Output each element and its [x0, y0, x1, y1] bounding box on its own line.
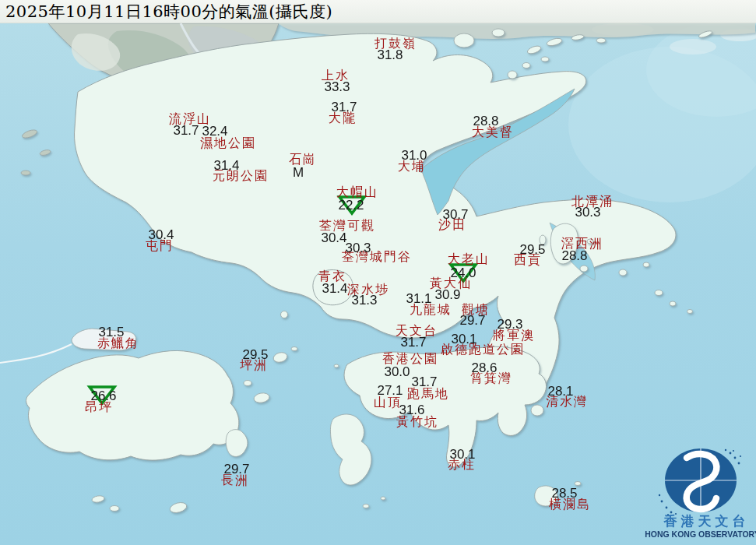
station-temp: 32.4 — [202, 124, 227, 139]
station-temp: 31.4 — [213, 158, 239, 174]
station-temp: 31.5 — [98, 325, 124, 340]
station-temp: 31.6 — [399, 403, 424, 418]
station-temp: 30.9 — [434, 287, 460, 303]
stations-layer: 31.8打鼓嶺33.3上水31.7大隴31.7流浮山32.4濕地公園31.4元朗… — [0, 0, 756, 545]
station-temp: 31.4 — [322, 281, 347, 297]
station-temp: 28.8 — [473, 114, 498, 129]
station-temp: 29.5 — [519, 242, 545, 258]
station-temp: 28.5 — [551, 486, 577, 501]
station-temp: 31.1 — [406, 291, 431, 307]
station-temp: 30.3 — [345, 241, 371, 256]
station-temp: 30.0 — [384, 364, 410, 380]
station-temp: 33.3 — [324, 79, 350, 95]
station-temp: 31.3 — [351, 293, 377, 308]
station-temp: 30.4 — [148, 227, 174, 243]
station-temp: 27.1 — [377, 383, 403, 399]
hko-emblem — [659, 448, 741, 515]
station-temp: 31.0 — [401, 148, 427, 164]
station-temp: 24.0 — [450, 265, 476, 281]
station-temp: 28.1 — [547, 384, 573, 399]
station-temp: 30.1 — [451, 332, 476, 347]
station-temp: 22.2 — [338, 198, 364, 213]
station-temp: 30.4 — [321, 230, 346, 246]
hko-logo-chinese-text: 香港天文台 — [652, 512, 756, 530]
hko-logo — [652, 445, 756, 517]
station-temp: 31.8 — [377, 47, 403, 63]
station-temp: 29.7 — [459, 313, 485, 329]
station-temp: 29.5 — [242, 347, 268, 363]
station-temp: 30.1 — [449, 447, 475, 462]
station-temp: 31.7 — [411, 374, 437, 390]
station-temp: 29.3 — [497, 317, 522, 332]
station-temp: 31.7 — [173, 123, 199, 139]
station-temp: 31.7 — [331, 100, 357, 115]
weather-map-screen: 2025年10月11日16時00分的氣溫(攝氏度) 31.8打鼓嶺33.3上水3… — [0, 0, 756, 545]
station-temp: 29.7 — [223, 462, 249, 477]
station-temp: M — [293, 165, 304, 181]
hko-logo-english-text: HONG KONG OBSERVATORY — [638, 529, 756, 539]
station-temp: 28.8 — [561, 248, 587, 264]
station-temp: 31.7 — [400, 335, 426, 350]
station-temp: 30.7 — [442, 207, 468, 223]
page-title: 2025年10月11日16時00分的氣溫(攝氏度) — [5, 1, 332, 23]
title-bar: 2025年10月11日16時00分的氣溫(攝氏度) — [0, 0, 756, 23]
station-temp: 26.6 — [90, 389, 116, 404]
station-temp: 28.6 — [471, 360, 497, 376]
station-temp: 30.3 — [575, 205, 600, 220]
